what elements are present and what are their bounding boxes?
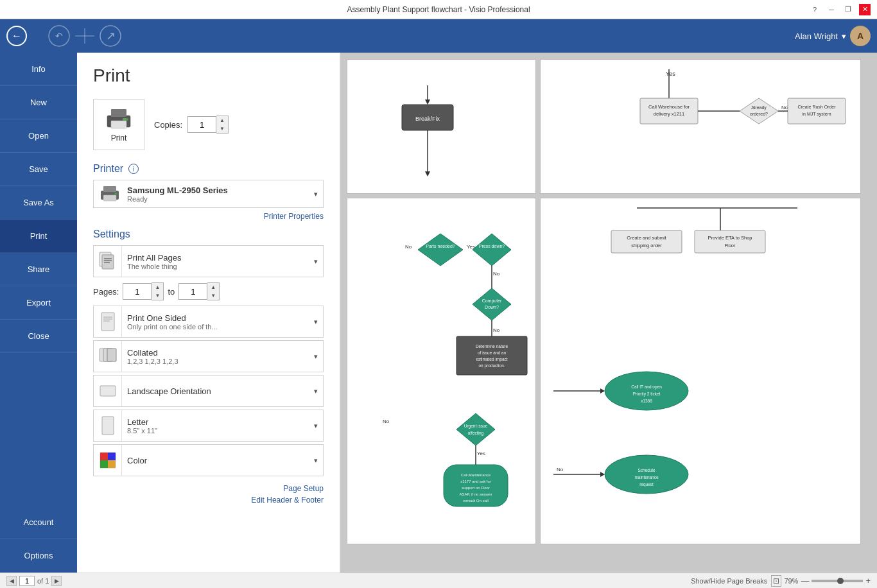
sidebar-item-save[interactable]: Save (0, 153, 77, 186)
edit-header-footer-link[interactable]: Edit Header & Footer (251, 496, 324, 505)
show-hide-page-breaks-label[interactable]: Show/Hide Page Breaks (691, 577, 767, 585)
sidebar-item-export[interactable]: Export (0, 286, 77, 320)
sidebar-item-save-as[interactable]: Save As (0, 186, 77, 220)
svg-text:maintenance: maintenance (634, 475, 659, 480)
user-dropdown-arrow[interactable]: ▾ (842, 31, 846, 41)
landscape-main: Landscape Orientation (127, 386, 304, 396)
printer-properties-link[interactable]: Printer Properties (93, 212, 324, 221)
svg-rect-13 (103, 195, 116, 201)
back-button[interactable]: ← (6, 26, 27, 46)
printer-selector[interactable]: Samsung ML-2950 Series Ready ▾ (93, 180, 324, 208)
all-pages-setting[interactable]: Print All Pages The whole thing ▾ (93, 245, 324, 277)
copies-input[interactable] (187, 116, 216, 133)
pages-to-down[interactable]: ▼ (207, 291, 219, 300)
color-arrow: ▾ (309, 445, 323, 476)
flowchart-page-2: Yes Call Warehouse for delivery x1211 Al… (541, 60, 861, 194)
copies-down-button[interactable]: ▼ (216, 125, 228, 133)
page-preview-3: Parts needed? Yes No Press down? No Comp… (347, 198, 536, 544)
restore-button[interactable]: ❐ (842, 4, 854, 15)
printer-dropdown-arrow: ▾ (314, 190, 318, 198)
help-button[interactable]: ? (809, 4, 821, 15)
zoom-out-button[interactable]: — (801, 576, 809, 585)
collated-arrow: ▾ (309, 341, 323, 372)
svg-text:Create Rush Order: Create Rush Order (797, 105, 836, 109)
bottom-links: Page Setup Edit Header & Footer (93, 484, 324, 505)
close-button[interactable]: ✕ (859, 4, 871, 15)
one-sided-main: Print One Sided (127, 313, 304, 323)
svg-text:Call Maintenance: Call Maintenance (461, 473, 491, 477)
printer-info-icon[interactable]: i (128, 164, 139, 174)
collated-setting[interactable]: Collated 1,2,3 1,2,3 1,2,3 ▾ (93, 340, 324, 372)
pages-from-down[interactable]: ▼ (152, 291, 163, 300)
sidebar-item-print[interactable]: Print (0, 220, 77, 253)
svg-rect-70 (456, 336, 527, 375)
minimize-button[interactable]: ─ (826, 4, 837, 15)
page-prev-button[interactable]: ◀ (6, 576, 17, 586)
letter-setting[interactable]: Letter 8.5" x 11" ▾ (93, 410, 324, 442)
zoom-controls: ⊡ 79% — + (771, 575, 871, 587)
page-setup-link[interactable]: Page Setup (283, 484, 324, 493)
svg-text:Call Warehouse for: Call Warehouse for (648, 104, 690, 110)
copies-up-button[interactable]: ▲ (216, 116, 228, 125)
svg-rect-12 (103, 186, 116, 192)
page-number-input[interactable] (19, 576, 35, 586)
all-pages-icon (98, 251, 117, 272)
svg-point-14 (114, 193, 117, 195)
visio-decorative-icons: ↶ ↗ (46, 23, 123, 49)
sidebar-item-options[interactable]: Options (0, 539, 77, 573)
pages-to-input[interactable] (178, 283, 207, 300)
svg-text:estimated impact: estimated impact (476, 357, 507, 362)
sidebar-item-new[interactable]: New (0, 86, 77, 119)
sidebar-item-open[interactable]: Open (0, 119, 77, 153)
sidebar-item-info[interactable]: Info (0, 53, 77, 86)
svg-text:x1177 and ask for: x1177 and ask for (460, 480, 491, 483)
page-next-button[interactable]: ▶ (51, 576, 62, 586)
sidebar-item-account[interactable]: Account (0, 506, 77, 539)
user-info: Alan Wright ▾ A (795, 26, 871, 46)
preview-area: Break/Fix Yes (340, 53, 877, 573)
svg-rect-93 (695, 230, 765, 253)
svg-text:Yes: Yes (477, 451, 485, 456)
zoom-slider[interactable] (812, 580, 863, 582)
print-button[interactable]: Print (93, 99, 144, 150)
svg-text:shipping order: shipping order (631, 243, 662, 248)
svg-rect-30 (100, 453, 108, 460)
svg-rect-7 (111, 109, 126, 117)
collated-main: Collated (127, 348, 304, 358)
landscape-setting[interactable]: Landscape Orientation ▾ (93, 375, 324, 407)
svg-rect-16 (102, 255, 114, 269)
print-title: Print (93, 65, 324, 86)
flowchart-page-4: Create and submit shipping order Provide… (541, 198, 861, 544)
pages-to-group: ▲ ▼ (178, 282, 220, 300)
status-left: ◀ of 1 ▶ (6, 576, 62, 586)
settings-section-header: Settings (93, 229, 324, 240)
color-setting[interactable]: Color ▾ (93, 444, 324, 476)
one-sided-arrow: ▾ (309, 306, 323, 337)
svg-text:No: No (781, 105, 788, 110)
svg-rect-28 (102, 417, 114, 435)
pages-from-up[interactable]: ▲ (152, 283, 163, 291)
pages-from-input[interactable] (123, 283, 152, 300)
avatar: A (850, 26, 871, 46)
svg-rect-32 (100, 460, 108, 468)
svg-rect-33 (108, 460, 116, 468)
fit-icon[interactable]: ⊡ (771, 575, 781, 587)
svg-text:Call IT and open: Call IT and open (631, 385, 662, 390)
letter-main: Letter (127, 417, 304, 427)
one-sided-setting[interactable]: Print One Sided Only print on one side o… (93, 306, 324, 338)
copies-label-group: Copies: ▲ ▼ (154, 116, 229, 134)
window-controls: ? ─ ❐ ✕ (809, 4, 871, 15)
zoom-in-button[interactable]: + (865, 576, 871, 585)
sidebar-item-share[interactable]: Share (0, 253, 77, 286)
svg-point-10 (126, 118, 128, 121)
page-preview-1: Break/Fix (347, 59, 536, 194)
copies-input-group: ▲ ▼ (187, 116, 229, 134)
svg-text:delivery x1211: delivery x1211 (654, 111, 684, 117)
svg-text:Press down?: Press down? (479, 244, 505, 248)
printer-selector-icon (99, 184, 121, 203)
sidebar-item-close[interactable]: Close (0, 320, 77, 353)
svg-text:affecting: affecting (468, 431, 484, 436)
printer-info: Samsung ML-2950 Series Ready (127, 186, 308, 203)
pages-to-up[interactable]: ▲ (207, 283, 219, 291)
pages-from-group: ▲ ▼ (123, 282, 164, 300)
